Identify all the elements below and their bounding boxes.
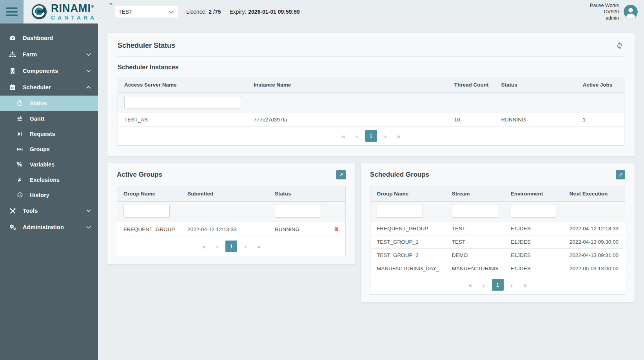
pagination-page-1-button[interactable]: 1 bbox=[365, 130, 377, 142]
pagination-first-button[interactable]: « bbox=[465, 279, 475, 290]
pagination-first-button[interactable]: « bbox=[199, 241, 209, 252]
cell-environment: E1JDES bbox=[504, 222, 563, 235]
sidebar-item-label: Administration bbox=[23, 224, 64, 230]
access-server-name-filter-input[interactable] bbox=[124, 96, 241, 109]
cell-environment: E1JDES bbox=[504, 235, 563, 249]
cell-environment: E1JDES bbox=[504, 262, 563, 275]
cantara-logo-icon bbox=[31, 3, 48, 20]
pagination-last-button[interactable]: » bbox=[520, 279, 530, 290]
group-name-filter-input[interactable] bbox=[377, 205, 423, 218]
trash-icon bbox=[334, 226, 339, 232]
column-header-group-name: Group Name bbox=[117, 186, 181, 202]
sidebar-item-status[interactable]: Status bbox=[0, 96, 98, 111]
pagination-prev-button[interactable]: ‹ bbox=[212, 241, 222, 252]
sidebar-item-label: Exclusions bbox=[30, 177, 60, 183]
page-title: Scheduler Status bbox=[118, 42, 175, 50]
sidebar-item-label: Requests bbox=[30, 131, 55, 137]
sidebar-item-variables[interactable]: % Variables bbox=[0, 157, 98, 172]
sidebar-item-dashboard[interactable]: Dashboard bbox=[0, 30, 98, 46]
pagination-last-button[interactable]: » bbox=[254, 241, 264, 252]
pagination-prev-button[interactable]: ‹ bbox=[352, 130, 362, 141]
pagination-last-button[interactable]: » bbox=[394, 130, 404, 141]
sidebar-item-administration[interactable]: Administration bbox=[0, 219, 98, 235]
column-header-status: Status bbox=[495, 77, 577, 93]
user-environment: DV920 bbox=[590, 9, 619, 15]
history-icon bbox=[16, 192, 24, 198]
chevron-down-icon bbox=[86, 69, 91, 72]
scheduler-instances-table: Access Server Name Instance Name Thread … bbox=[118, 77, 624, 146]
pagination-prev-button[interactable]: ‹ bbox=[479, 279, 489, 290]
cell-environment: E1JDES bbox=[504, 249, 563, 262]
environment-select[interactable]: TEST bbox=[114, 6, 178, 18]
cantara-app: RINAMI®▼ CANTARA TEST Licence:2 /75 Expi… bbox=[0, 0, 644, 360]
pagination-page-1-button[interactable]: 1 bbox=[225, 241, 237, 252]
table-row[interactable]: TEST_GROUP_2 DEMO E1JDES 2022-04-13 09:3… bbox=[370, 249, 625, 262]
expiry-value: 2026-01-01 09:59:59 bbox=[248, 9, 300, 15]
open-active-groups-button[interactable]: ↗ bbox=[336, 170, 346, 179]
cell-access-server-name: TEST_AS bbox=[118, 113, 248, 127]
stream-filter-input[interactable] bbox=[452, 205, 498, 218]
sidebar-item-label: Components bbox=[23, 68, 58, 74]
table-row[interactable]: TEST_AS 777c27d397fa 10 RUNNING 1 bbox=[118, 113, 624, 127]
sidebar-item-groups[interactable]: Groups bbox=[0, 141, 98, 157]
cell-group-name: TEST_GROUP_1 bbox=[370, 235, 446, 249]
chevron-down-icon bbox=[86, 53, 91, 56]
column-header-status: Status bbox=[268, 186, 327, 202]
expiry-label: Expiry: bbox=[229, 9, 246, 15]
cell-group-name: FREQUENT_GROUP bbox=[370, 222, 446, 235]
column-header-next-execution: Next Execution bbox=[563, 186, 625, 202]
sidebar-item-scheduler[interactable]: Scheduler bbox=[0, 79, 98, 96]
column-header-instance-name: Instance Name bbox=[247, 77, 448, 93]
hamburger-menu-button[interactable] bbox=[0, 0, 24, 24]
scheduled-groups-table: Group Name Stream Environment Next Execu… bbox=[370, 186, 625, 295]
pagination-next-button[interactable]: › bbox=[380, 130, 390, 141]
sidebar-item-farm[interactable]: Farm bbox=[0, 46, 98, 63]
table-row[interactable]: TEST_GROUP_1 TEST E1JDES 2022-04-13 09:3… bbox=[370, 235, 625, 249]
column-header-environment: Environment bbox=[504, 186, 563, 202]
column-header-thread-count: Thread Count bbox=[448, 77, 495, 93]
chevron-up-icon bbox=[86, 86, 91, 89]
sidebar-item-exclusions[interactable]: ≠ Exclusions bbox=[0, 172, 98, 187]
pagination-page-1-button[interactable]: 1 bbox=[492, 279, 504, 291]
refresh-icon bbox=[615, 42, 624, 50]
refresh-button[interactable] bbox=[615, 41, 624, 51]
column-header-submitted: Submitted bbox=[181, 186, 268, 202]
active-groups-table: Group Name Submitted Status bbox=[117, 186, 346, 256]
percent-icon: % bbox=[16, 161, 24, 168]
sliders-icon bbox=[16, 116, 24, 122]
cell-next-execution: 2022-04-12 12:18:33 bbox=[563, 222, 625, 235]
sidebar-item-tools[interactable]: Tools bbox=[0, 203, 98, 219]
user-avatar-button[interactable] bbox=[624, 5, 638, 19]
licence-value: 2 /75 bbox=[209, 9, 221, 15]
sidebar-item-label: Variables bbox=[30, 161, 54, 168]
pagination-first-button[interactable]: « bbox=[339, 130, 349, 141]
status-filter-input[interactable] bbox=[275, 205, 321, 218]
sidebar-item-label: Gantt bbox=[30, 116, 45, 122]
sidebar-item-requests[interactable]: Requests bbox=[0, 126, 98, 141]
tools-icon bbox=[9, 208, 16, 214]
table-row[interactable]: FREQUENT_GROUP TEST E1JDES 2022-04-12 12… bbox=[370, 222, 625, 235]
sidebar-item-components[interactable]: Components bbox=[0, 63, 98, 79]
table-row[interactable]: FREQUENT_GROUP 2022-04-12 12:13:33 RUNNI… bbox=[117, 222, 346, 237]
environment-filter-input[interactable] bbox=[511, 205, 557, 218]
pagination-next-button[interactable]: › bbox=[240, 241, 250, 252]
open-scheduled-groups-button[interactable]: ↗ bbox=[616, 170, 625, 179]
topbar: RINAMI®▼ CANTARA TEST Licence:2 /75 Expi… bbox=[0, 0, 644, 24]
cell-thread-count: 10 bbox=[448, 113, 495, 127]
divider bbox=[118, 56, 624, 57]
scheduler-status-card: Scheduler Status Scheduler Instances bbox=[107, 33, 635, 156]
delete-group-button[interactable] bbox=[334, 226, 339, 232]
sidebar-item-history[interactable]: History bbox=[0, 187, 98, 203]
chevron-down-icon bbox=[169, 10, 174, 14]
cell-next-execution: 2022-04-13 09:31:00 bbox=[563, 249, 625, 262]
user-username: admin bbox=[590, 15, 619, 21]
table-row[interactable]: MANUFACTURING_DAY_ MANUFACTURING E1JDES … bbox=[370, 262, 625, 275]
sidebar-item-label: Dashboard bbox=[23, 35, 53, 41]
sidebar-item-gantt[interactable]: Gantt bbox=[0, 111, 98, 126]
pagination: « ‹ 1 › » bbox=[117, 237, 345, 256]
user-info: Pause Works DV920 admin bbox=[590, 2, 619, 21]
person-icon bbox=[624, 5, 638, 19]
active-groups-card: Active Groups ↗ Group Name Submitted Sta… bbox=[107, 163, 355, 264]
group-name-filter-input[interactable] bbox=[123, 205, 170, 218]
pagination-next-button[interactable]: › bbox=[507, 279, 517, 290]
